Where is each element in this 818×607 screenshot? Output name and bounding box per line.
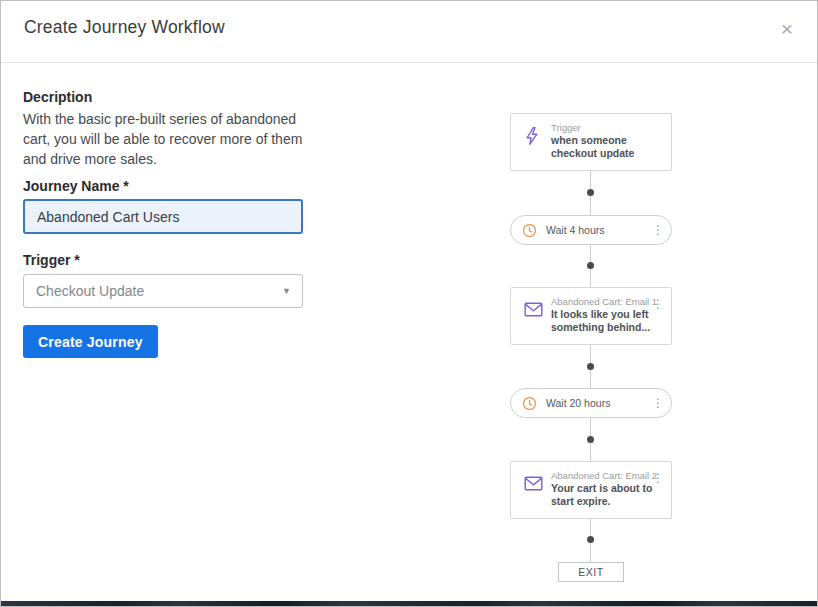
connector-dot xyxy=(587,536,594,543)
chevron-down-icon: ▼ xyxy=(282,286,291,296)
description-text: With the basic pre-built series of aband… xyxy=(23,109,311,169)
email-node-2-texts: Abandoned Cart: Email 2 Your cart is abo… xyxy=(551,470,665,508)
kebab-menu-icon[interactable]: ⋮ xyxy=(652,298,664,310)
journey-name-input[interactable] xyxy=(23,199,303,234)
trigger-select-value: Checkout Update xyxy=(36,283,144,299)
workflow-wait-node-2[interactable]: Wait 20 hours ⋮ xyxy=(510,388,672,418)
modal-title: Create Journey Workflow xyxy=(24,17,225,38)
clock-icon xyxy=(522,396,537,411)
workflow-trigger-node[interactable]: Trigger when someone checkout update xyxy=(510,113,672,171)
journey-form: Decription With the basic pre-built seri… xyxy=(23,89,303,389)
connector-dot xyxy=(587,262,594,269)
lightning-bolt-icon xyxy=(524,126,540,146)
wait-node-2-label: Wait 20 hours xyxy=(546,397,610,409)
clock-icon xyxy=(522,223,537,238)
kebab-menu-icon[interactable]: ⋮ xyxy=(652,472,664,484)
workflow-wait-node-1[interactable]: Wait 4 hours ⋮ xyxy=(510,215,672,245)
connector-dot xyxy=(587,363,594,370)
workflow-diagram: Trigger when someone checkout update Wai… xyxy=(510,113,672,583)
envelope-icon xyxy=(524,302,543,317)
trigger-node-texts: Trigger when someone checkout update xyxy=(551,122,665,160)
kebab-menu-icon[interactable]: ⋮ xyxy=(652,397,664,409)
connector-dot xyxy=(587,436,594,443)
email-node-1-text: It looks like you left something behind.… xyxy=(551,308,665,334)
trigger-node-label: Trigger xyxy=(551,122,665,133)
create-journey-button[interactable]: Create Journey xyxy=(23,325,158,358)
envelope-icon xyxy=(524,476,543,491)
email-node-2-text: Your cart is about to start expire. xyxy=(551,482,665,508)
trigger-node-text: when someone checkout update xyxy=(551,134,665,160)
email-node-1-texts: Abandoned Cart: Email 1 It looks like yo… xyxy=(551,296,665,334)
trigger-label: Trigger * xyxy=(23,252,80,268)
email-node-2-label: Abandoned Cart: Email 2 xyxy=(551,470,665,481)
journey-name-label: Journey Name * xyxy=(23,178,129,194)
wait-node-1-label: Wait 4 hours xyxy=(546,224,605,236)
workflow-exit-node: EXIT xyxy=(558,562,624,582)
create-journey-modal: Create Journey Workflow × Decription Wit… xyxy=(0,0,818,607)
kebab-menu-icon[interactable]: ⋮ xyxy=(652,224,664,236)
description-label: Decription xyxy=(23,89,92,105)
email-node-1-label: Abandoned Cart: Email 1 xyxy=(551,296,665,307)
trigger-select[interactable]: Checkout Update ▼ xyxy=(23,274,303,308)
close-icon[interactable]: × xyxy=(773,15,801,43)
background-page-strip xyxy=(1,601,817,606)
connector-dot xyxy=(587,189,594,196)
modal-header: Create Journey Workflow × xyxy=(1,1,817,63)
workflow-email-node-2[interactable]: Abandoned Cart: Email 2 Your cart is abo… xyxy=(510,461,672,519)
workflow-email-node-1[interactable]: Abandoned Cart: Email 1 It looks like yo… xyxy=(510,287,672,345)
